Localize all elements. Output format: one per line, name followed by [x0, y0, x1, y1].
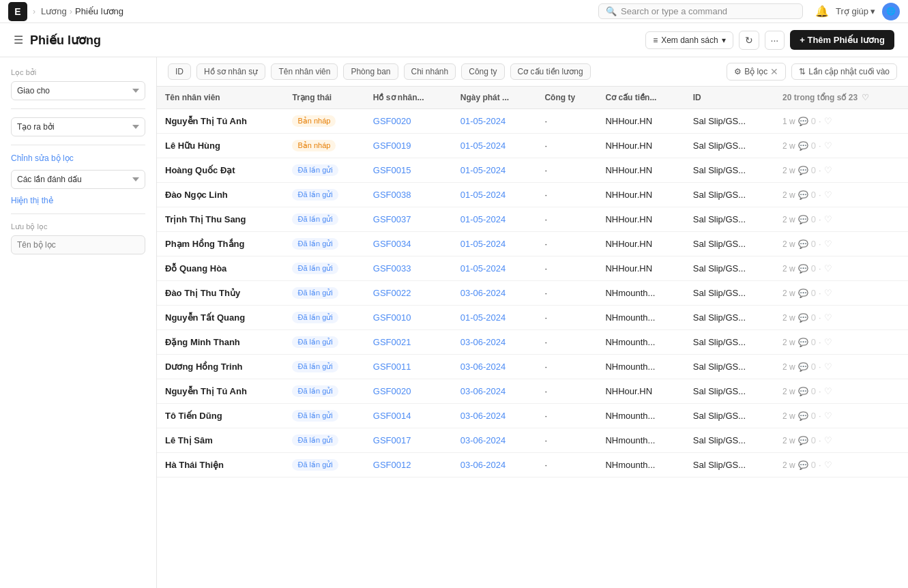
comment-icon[interactable]: 💬	[798, 264, 808, 274]
cell-actions: 1 w 💬 0 · ♡	[774, 109, 908, 134]
filter-name-input[interactable]	[11, 235, 145, 254]
comment-icon[interactable]: 💬	[798, 387, 808, 396]
cell-ngay-phat: 01-05-2024	[452, 183, 537, 207]
dot-separator: ·	[819, 386, 821, 396]
heart-icon[interactable]: ♡	[824, 141, 832, 151]
filter-pill-ho-so[interactable]: Hồ sơ nhân sự	[196, 63, 265, 80]
comment-icon[interactable]: 💬	[798, 362, 808, 372]
comment-icon[interactable]: 💬	[798, 411, 808, 421]
table-row[interactable]: Trịnh Thị Thu Sang Đã lần gửi GSF0037 01…	[157, 207, 908, 232]
table-row[interactable]: Phạm Hồng Thắng Đã lần gửi GSF0034 01-05…	[157, 232, 908, 256]
heart-icon[interactable]: ♡	[824, 116, 832, 126]
filter-pill-chi-nhanh[interactable]: Chi nhánh	[404, 63, 456, 80]
avatar[interactable]: 🌐	[882, 3, 900, 20]
heart-icon[interactable]: ♡	[824, 312, 832, 323]
col-ho-so: Hồ sơ nhân...	[365, 87, 452, 109]
comment-icon[interactable]: 💬	[798, 436, 808, 445]
filter-pill-co-cau[interactable]: Cơ cấu tiền lương	[510, 63, 591, 80]
comment-icon[interactable]: 💬	[798, 313, 808, 323]
comment-icon[interactable]: 💬	[798, 117, 808, 126]
sort-button[interactable]: ⇅ Lần cập nhật cuối vào	[791, 63, 897, 80]
add-phieu-luong-button[interactable]: + Thêm Phiếu lương	[790, 30, 894, 50]
comment-icon[interactable]: 💬	[798, 215, 808, 224]
heart-icon[interactable]: ♡	[824, 411, 832, 421]
cell-id: Sal Slip/GS...	[685, 355, 774, 379]
cell-status: Đã lần gửi	[284, 232, 364, 256]
mark-select[interactable]: Các lần đánh dấu	[11, 170, 145, 189]
col-co-cau: Cơ cấu tiền...	[597, 87, 684, 109]
cell-ho-so: GSF0014	[365, 404, 452, 428]
comment-icon[interactable]: 💬	[798, 460, 808, 470]
add-label: + Thêm Phiếu lương	[800, 35, 885, 45]
notification-bell-icon[interactable]: 🔔	[815, 5, 829, 18]
heart-icon[interactable]: ♡	[824, 165, 832, 175]
cell-ho-so: GSF0015	[365, 158, 452, 183]
help-button[interactable]: Trợ giúp ▾	[836, 6, 875, 16]
table-body: Nguyễn Thị Tú Anh Bản nháp GSF0020 01-05…	[157, 109, 908, 477]
heart-icon[interactable]: ♡	[824, 288, 832, 298]
heart-icon[interactable]: ♡	[824, 263, 832, 274]
table-row[interactable]: Hà Thái Thiện Đã lần gửi GSF0012 03-06-2…	[157, 453, 908, 477]
time-ago: 2 w	[782, 313, 795, 323]
cell-id: Sal Slip/GS...	[685, 330, 774, 355]
table-row[interactable]: Lê Hữu Hùng Bản nháp GSF0019 01-05-2024 …	[157, 134, 908, 158]
heart-icon[interactable]: ♡	[824, 239, 832, 249]
data-table: Tên nhân viên Trạng thái Hồ sơ nhân... N…	[157, 87, 908, 477]
comment-icon[interactable]: 💬	[798, 338, 808, 347]
table-row[interactable]: Nguyễn Thị Tú Anh Bản nháp GSF0020 01-05…	[157, 109, 908, 134]
heart-icon[interactable]: ♡	[824, 214, 832, 224]
heart-icon[interactable]: ♡	[824, 362, 832, 372]
filter-close-icon[interactable]: ✕	[770, 66, 778, 77]
breadcrumb-luong[interactable]: Lương	[41, 6, 67, 16]
sort-icon: ⇅	[799, 67, 806, 76]
filter-pill-id[interactable]: ID	[168, 63, 191, 80]
table-row[interactable]: Đặng Minh Thanh Đã lần gửi GSF0021 03-06…	[157, 330, 908, 355]
table-row[interactable]: Lê Thị Sâm Đã lần gửi GSF0017 03-06-2024…	[157, 428, 908, 453]
bo-loc-label: Bộ lọc	[744, 67, 767, 76]
table-row[interactable]: Đào Ngọc Linh Đã lần gửi GSF0038 01-05-2…	[157, 183, 908, 207]
heart-icon[interactable]: ♡	[824, 386, 832, 396]
time-ago: 2 w	[782, 338, 795, 347]
assign-select[interactable]: Giao cho	[11, 81, 145, 100]
refresh-button[interactable]: ↻	[739, 31, 759, 50]
search-bar[interactable]: 🔍 Search or type a command	[598, 3, 803, 19]
created-by-select[interactable]: Tạo ra bởi	[11, 117, 145, 136]
table-row[interactable]: Hoàng Quốc Đạt Đã lần gửi GSF0015 01-05-…	[157, 158, 908, 183]
cell-ngay-phat: 01-05-2024	[452, 109, 537, 134]
cell-ho-so: GSF0034	[365, 232, 452, 256]
filter-pill-ten-nv[interactable]: Tên nhân viên	[271, 63, 338, 80]
time-ago: 2 w	[782, 362, 795, 372]
heart-icon[interactable]: ♡	[824, 190, 832, 200]
heart-icon[interactable]: ♡	[824, 337, 832, 347]
heart-icon[interactable]: ♡	[824, 460, 832, 470]
cell-ngay-phat: 01-05-2024	[452, 256, 537, 281]
view-list-button[interactable]: ≡ Xem danh sách ▾	[645, 31, 733, 49]
filter-pill-phong-ban[interactable]: Phòng ban	[343, 63, 398, 80]
cell-ngay-phat: 03-06-2024	[452, 281, 537, 306]
comment-icon[interactable]: 💬	[798, 190, 808, 200]
cell-cong-ty: ·	[536, 232, 597, 256]
dot-separator: ·	[819, 141, 821, 151]
more-options-button[interactable]: ···	[765, 31, 785, 50]
bo-loc-button[interactable]: ⚙ Bộ lọc ✕	[727, 63, 786, 80]
table-row[interactable]: Nguyễn Tất Quang Đã lần gửi GSF0010 01-0…	[157, 306, 908, 330]
comment-icon[interactable]: 💬	[798, 166, 808, 175]
table-row[interactable]: Dương Hồng Trinh Đã lần gửi GSF0011 03-0…	[157, 355, 908, 379]
edit-filter-link[interactable]: Chỉnh sửa bộ lọc	[11, 153, 145, 163]
table-row[interactable]: Đỗ Quang Hòa Đã lần gửi GSF0033 01-05-20…	[157, 256, 908, 281]
heart-icon[interactable]: ♡	[862, 93, 869, 102]
comment-icon[interactable]: 💬	[798, 289, 808, 298]
table-row[interactable]: Đào Thị Thu Thủy Đã lần gửi GSF0022 03-0…	[157, 281, 908, 306]
comment-icon[interactable]: 💬	[798, 141, 808, 151]
show-tag-link[interactable]: Hiện thị thẻ	[11, 196, 145, 205]
app-logo: E	[8, 2, 27, 21]
page-title: Phiếu lương	[30, 33, 101, 48]
table-row[interactable]: Tô Tiến Dũng Đã lần gửi GSF0014 03-06-20…	[157, 404, 908, 428]
cell-status: Bản nháp	[284, 109, 364, 134]
comment-icon[interactable]: 💬	[798, 239, 808, 249]
cell-ho-so: GSF0020	[365, 379, 452, 404]
sidebar-toggle-icon[interactable]: ☰	[14, 33, 23, 46]
heart-icon[interactable]: ♡	[824, 435, 832, 445]
table-row[interactable]: Nguyễn Thị Tú Anh Đã lần gửi GSF0020 03-…	[157, 379, 908, 404]
filter-pill-cong-ty[interactable]: Công ty	[461, 63, 504, 80]
